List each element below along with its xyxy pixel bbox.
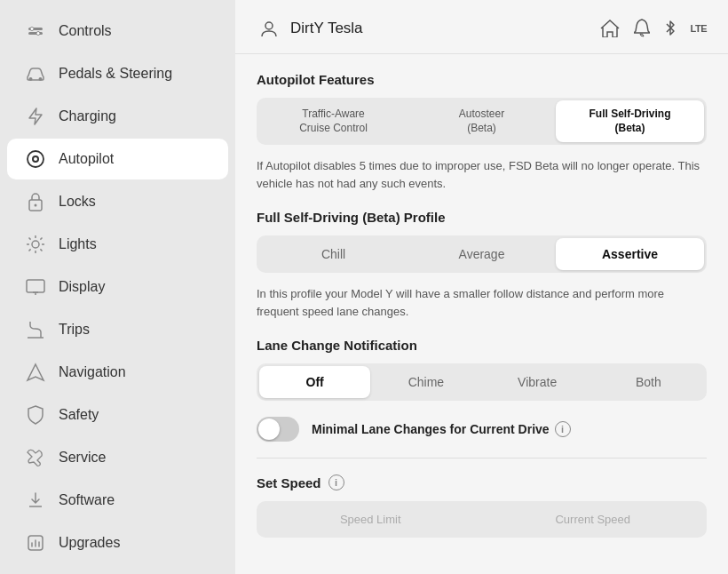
svg-point-4 [29,77,33,81]
sidebar: Controls Pedals & Steering Charging [0,0,235,574]
svg-point-10 [35,204,37,207]
tab-autosteer[interactable]: Autosteer(Beta) [408,100,556,142]
svg-point-11 [32,241,39,248]
bluetooth-icon[interactable] [664,19,677,38]
notif-vibrate[interactable]: Vibrate [482,366,593,398]
notif-chime[interactable]: Chime [370,366,481,398]
sidebar-item-controls[interactable]: Controls [7,11,228,52]
sidebar-item-pedals[interactable]: Pedals & Steering [7,53,228,94]
autopilot-icon [25,148,46,170]
minimal-lane-info-icon[interactable]: i [555,421,571,437]
header: DirtY Tesla LTE [235,0,728,54]
notif-off[interactable]: Off [259,366,370,398]
tab-tacc[interactable]: Traffic-AwareCruise Control [259,100,408,142]
sidebar-item-lights[interactable]: Lights [7,224,228,265]
profile-assertive[interactable]: Assertive [556,238,704,270]
sidebar-label-lights: Lights [59,236,97,252]
sidebar-label-locks: Locks [59,194,96,210]
main-content: DirtY Tesla LTE [235,0,728,574]
sidebar-item-software[interactable]: Software [7,480,228,521]
sidebar-item-safety[interactable]: Safety [7,395,228,435]
sidebar-label-navigation: Navigation [59,364,126,380]
sidebar-item-service[interactable]: Service [7,437,228,478]
header-icons: LTE [600,19,707,38]
sidebar-item-autopilot[interactable]: Autopilot [7,139,228,179]
svg-line-16 [29,238,31,240]
tab-fsd[interactable]: Full Self-Driving(Beta) [556,100,704,142]
divider [257,458,707,458]
speed-selector: Speed Limit Current Speed [257,501,707,538]
minimal-lane-label: Minimal Lane Changes for Current Drive i [312,421,571,437]
sidebar-label-trips: Trips [59,322,90,338]
set-speed-section: Set Speed i [257,474,707,490]
display-icon [25,276,46,298]
sidebar-item-navigation[interactable]: Navigation [7,352,228,393]
set-speed-info-icon[interactable]: i [328,474,344,490]
sidebar-label-controls: Controls [59,23,112,39]
minimal-lane-row: Minimal Lane Changes for Current Drive i [257,417,707,442]
navigation-icon [25,362,46,383]
toggle-knob [258,419,280,440]
sidebar-item-locks[interactable]: Locks [7,181,228,222]
sidebar-label-charging: Charging [59,108,116,124]
autopilot-tab-group: Traffic-AwareCruise Control Autosteer(Be… [257,98,707,145]
svg-point-8 [34,157,37,161]
lock-icon [25,191,46,212]
home-icon[interactable] [600,20,620,37]
header-username: DirtY Tesla [290,20,600,37]
content-area: Autopilot Features Traffic-AwareCruise C… [235,54,728,555]
sidebar-label-upgrades: Upgrades [59,535,120,551]
sidebar-label-safety: Safety [59,407,99,423]
sidebar-item-display[interactable]: Display [7,267,228,307]
sidebar-label-display: Display [59,279,105,295]
autopilot-features-title: Autopilot Features [257,72,707,87]
profile-selector: Chill Average Assertive [257,235,707,273]
trips-icon [25,319,46,340]
svg-point-3 [36,32,40,36]
upgrades-icon [25,532,46,554]
toggle-icon [25,20,46,42]
minimal-lane-toggle[interactable] [257,417,299,442]
download-icon [25,490,46,511]
svg-line-18 [40,238,42,240]
lte-label: LTE [691,24,707,34]
svg-rect-1 [28,32,43,35]
lane-change-title: Lane Change Notification [257,338,707,353]
svg-point-5 [39,77,43,81]
bolt-icon [25,106,46,127]
car-icon [25,63,46,84]
profile-average[interactable]: Average [408,238,556,270]
sidebar-label-pedals: Pedals & Steering [59,66,172,82]
sun-icon [25,234,46,255]
lane-change-selector: Off Chime Vibrate Both [257,363,707,401]
sidebar-item-trips[interactable]: Trips [7,309,228,350]
sidebar-label-autopilot: Autopilot [59,151,114,167]
safety-icon [25,404,46,426]
set-speed-title-text: Set Speed [257,475,321,490]
speed-limit-option[interactable]: Speed Limit [259,504,482,535]
user-icon [257,16,281,41]
signal-icon: LTE [691,24,707,34]
svg-point-26 [265,22,273,29]
sidebar-item-upgrades[interactable]: Upgrades [7,522,228,563]
sidebar-label-service: Service [59,450,106,466]
fsd-profile-description: In this profile your Model Y will have a… [257,285,707,320]
wrench-icon [25,447,46,468]
autopilot-description: If Autopilot disables 5 times due to imp… [257,157,707,192]
sidebar-item-charging[interactable]: Charging [7,96,228,137]
svg-line-19 [29,249,31,251]
notif-both[interactable]: Both [593,366,704,398]
svg-rect-20 [27,280,44,292]
profile-chill[interactable]: Chill [259,238,408,270]
bell-icon[interactable] [634,19,650,38]
svg-line-17 [40,249,42,251]
sidebar-label-software: Software [59,492,115,508]
current-speed-option[interactable]: Current Speed [482,504,705,535]
svg-point-2 [30,28,34,31]
fsd-profile-title: Full Self-Driving (Beta) Profile [257,210,707,225]
